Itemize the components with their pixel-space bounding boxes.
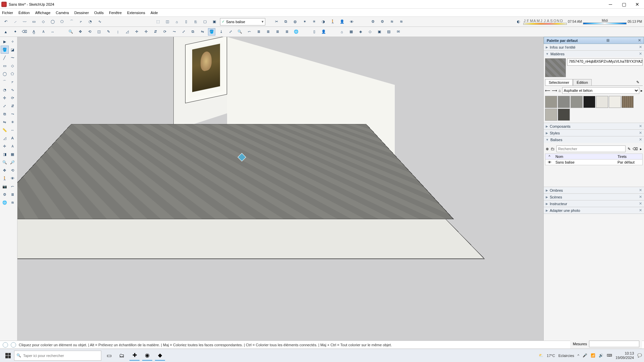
bezier-icon[interactable]: ∿ (96, 18, 103, 25)
tray-lang-icon[interactable]: ⌨ (607, 353, 612, 358)
pie-icon[interactable]: ◔ (87, 18, 94, 25)
section-matchphoto-header[interactable]: ▶Adapter une photo✕ (544, 207, 644, 214)
follow-tool-icon[interactable]: ⤳ (9, 110, 17, 118)
tag-row[interactable]: 👁 Sans balise Par défaut (545, 160, 642, 165)
protractor-icon[interactable]: ◿ (123, 28, 131, 36)
wh-icon[interactable]: ⌂ (338, 28, 345, 36)
lasso-icon[interactable]: ✦ (11, 28, 19, 36)
move-icon[interactable]: ✢ (142, 28, 150, 36)
section-styles-header[interactable]: ▶Styles✕ (544, 130, 644, 136)
offset-tool-icon[interactable]: ⧉ (1, 110, 9, 118)
text-tool-icon[interactable]: A (9, 134, 17, 142)
bez-tool-icon[interactable]: ∿ (9, 86, 17, 94)
wh6-icon[interactable]: ▨ (385, 28, 392, 36)
menu-edit[interactable]: Édition (18, 11, 30, 15)
paint-icon[interactable]: 🪣 (208, 28, 215, 36)
help-icon[interactable] (3, 342, 8, 348)
material-preview[interactable] (545, 58, 566, 77)
sand-tool-icon[interactable]: ▦ (9, 150, 17, 158)
orbit-tool-icon[interactable]: ⟲ (9, 166, 17, 174)
chrome-icon[interactable]: ◉ (142, 351, 152, 361)
material-category-select[interactable]: Asphalte et béton (562, 87, 639, 94)
menu-draw[interactable]: Dessiner (74, 11, 89, 15)
swatch-4[interactable] (583, 96, 595, 108)
add-tag-icon[interactable]: ⊕ (546, 147, 549, 151)
wh7-icon[interactable]: ✉ (394, 28, 402, 36)
mirror-tool-icon[interactable]: ⇋ (1, 118, 9, 126)
wh2-icon[interactable]: ▦ (347, 28, 355, 36)
swatch-5[interactable] (596, 96, 608, 108)
layer2-icon[interactable]: ≣ (264, 28, 272, 36)
free-tool-icon[interactable]: 〜 (9, 54, 17, 62)
tray-clock[interactable]: 10:13 19/09/2024 (615, 351, 634, 359)
select-tool-icon[interactable]: ▶ (1, 38, 9, 46)
swatch-7[interactable] (622, 96, 634, 108)
weather-icon[interactable]: ⛅ (539, 353, 543, 358)
mirror-icon[interactable]: ⇋ (199, 28, 206, 36)
close-icon[interactable]: ✕ (639, 201, 642, 206)
menu-camera[interactable]: Caméra (56, 11, 69, 15)
solid-outer-icon[interactable]: ▢ (201, 18, 209, 25)
paint-tool-icon[interactable]: 🪣 (1, 46, 9, 54)
look-tool-icon[interactable]: 👁 (9, 174, 17, 182)
tab-edit[interactable]: Édition (573, 79, 592, 85)
geo-icon[interactable]: 🌐 (292, 28, 300, 36)
freehand-icon[interactable]: 〰 (21, 18, 28, 25)
solid-union-icon[interactable]: ⬚ (154, 18, 162, 25)
layer1-icon[interactable]: ≣ (255, 28, 262, 36)
rrect-tool-icon[interactable]: ◇ (9, 62, 17, 70)
section-icon[interactable]: ✂ (273, 18, 280, 25)
walk-tool-icon[interactable]: 🚶 (1, 174, 9, 182)
taskview-icon[interactable]: ▭ (104, 351, 114, 361)
scale-tool-icon[interactable]: ⤢ (1, 102, 9, 110)
wh3-icon[interactable]: ◈ (357, 28, 364, 36)
solid-split-icon[interactable]: ⎘ (192, 18, 199, 25)
close-icon[interactable]: ✕ (639, 208, 642, 213)
select-icon[interactable]: ▲ (2, 28, 9, 36)
walk-icon[interactable]: 🚶 (329, 18, 336, 25)
section-entity-header[interactable]: ▶Infos sur l'entité✕ (544, 44, 644, 50)
geo-tool-icon[interactable]: 🌐 (1, 198, 9, 206)
3dtext-tool-icon[interactable]: Ａ (9, 142, 17, 150)
style2-icon[interactable]: ⚙ (379, 18, 386, 25)
menu-help[interactable]: Aide (151, 11, 158, 15)
eraser-tool-icon[interactable]: ◪ (9, 46, 16, 54)
offset-icon[interactable]: ⧉ (189, 28, 197, 36)
fwd-arrow-icon[interactable]: ⟶ (552, 88, 557, 93)
lasso-tool-icon[interactable]: ✧ (9, 38, 17, 46)
style3-icon[interactable]: ≋ (388, 18, 395, 25)
wh5-icon[interactable]: ▣ (376, 28, 383, 36)
look-icon[interactable]: 👁 (348, 18, 355, 25)
palette-pin-icon[interactable]: ⊞ (606, 38, 609, 43)
layers-tool-icon[interactable]: ≣ (9, 190, 17, 198)
erase2-icon[interactable]: ◫ (95, 28, 103, 36)
section-display-icon[interactable]: ⧉ (282, 18, 289, 25)
sketchup-icon[interactable]: ◆ (155, 351, 165, 361)
close-icon[interactable]: ✕ (639, 131, 642, 135)
taskbar-search[interactable]: 🔍 Taper ici pour rechercher (14, 351, 101, 361)
close-button[interactable]: ✕ (633, 2, 641, 7)
section-fill-icon[interactable]: ◍ (291, 18, 299, 25)
swatch-8[interactable] (545, 109, 557, 121)
arc-icon[interactable]: ⌒ (68, 18, 75, 25)
col-dash[interactable]: Tirets (615, 154, 642, 159)
menu-tools[interactable]: Outils (94, 11, 104, 15)
explorer-icon[interactable]: 🗂 (117, 351, 127, 361)
prev-icon[interactable]: ⤺ (246, 28, 253, 36)
line-tool-icon[interactable]: ╱ (1, 54, 9, 62)
minimize-button[interactable]: ─ (606, 2, 614, 7)
hidden-icon[interactable]: ◑ (320, 18, 327, 25)
undo-icon[interactable]: ↶ (2, 18, 9, 25)
pan-tool-icon[interactable]: ✥ (1, 166, 9, 174)
info-icon[interactable] (11, 342, 16, 348)
rect-tool-icon[interactable]: ▭ (1, 62, 9, 70)
swatch-1[interactable] (545, 96, 557, 108)
palette-close-icon[interactable]: ✕ (638, 38, 641, 43)
circle-tool-icon[interactable]: ◯ (1, 70, 9, 78)
back-arrow-icon[interactable]: ⟵ (545, 88, 550, 93)
layer3-icon[interactable]: ≣ (274, 28, 281, 36)
tray-chevron-icon[interactable]: ^ (578, 354, 579, 358)
section-components-header[interactable]: ▶Composants✕ (544, 123, 644, 129)
zoom-icon[interactable]: 🔍 (67, 28, 74, 36)
xray-icon[interactable]: ✶ (301, 18, 308, 25)
